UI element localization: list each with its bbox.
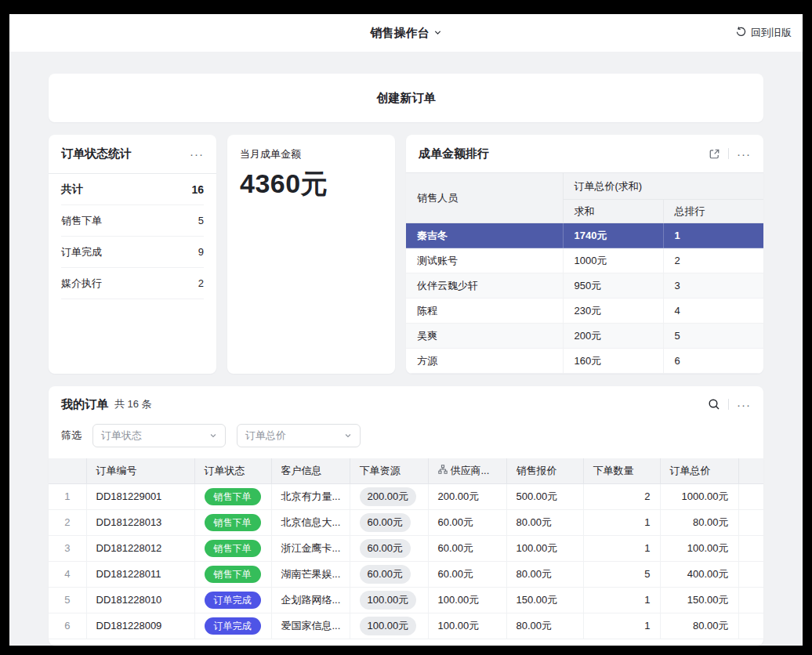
col-header-total[interactable]: 订单总价 <box>660 458 738 483</box>
status-badge: 销售下单 <box>205 540 261 557</box>
customer-name: 北京有力量... <box>271 483 350 509</box>
status-badge: 销售下单 <box>205 566 261 583</box>
lookup-icon <box>438 465 448 476</box>
row-index: 6 <box>49 613 86 639</box>
col-header-total-group: 订单总价(求和) <box>563 173 763 200</box>
salesperson-name: 伙伴云魏少轩 <box>406 273 563 299</box>
search-icon[interactable] <box>708 398 720 411</box>
supplier-price: 60.00元 <box>428 509 506 535</box>
order-qty: 1 <box>583 535 660 561</box>
table-row[interactable]: 3 DD181228012 销售下单 浙江金鹰卡... 60.00元 60.00… <box>49 535 763 561</box>
status-label: 媒介执行 <box>61 277 102 291</box>
customer-name: 北京信息大... <box>271 509 350 535</box>
resource-badge: 60.00元 <box>360 513 411 532</box>
card-header: 成单金额排行 ··· <box>406 135 763 172</box>
salesperson-name: 测试账号 <box>406 248 563 273</box>
order-no: DD181228011 <box>86 561 194 587</box>
order-total-filter-select[interactable]: 订单总价 <box>237 424 361 447</box>
more-menu-button[interactable]: ··· <box>737 399 751 411</box>
dashboard-main: 创建新订单 订单状态统计 ··· 共计 16 销售下单 5 <box>9 52 803 646</box>
card-actions: ··· <box>709 148 751 160</box>
sum-value: 200元 <box>563 324 663 349</box>
ranking-row[interactable]: 测试账号 1000元 2 <box>406 248 763 273</box>
order-qty: 1 <box>583 509 660 535</box>
table-row[interactable]: 2 DD181228013 销售下单 北京信息大... 60.00元 60.00… <box>49 509 763 535</box>
card-actions: ··· <box>708 398 751 411</box>
top-header: 销售操作台 回到旧版 <box>9 14 803 52</box>
ranking-row[interactable]: 吴爽 200元 5 <box>406 324 763 349</box>
order-status-filter-select[interactable]: 订单状态 <box>92 424 226 447</box>
order-no: DD181228009 <box>86 613 194 639</box>
sum-value: 230元 <box>563 299 663 324</box>
status-row[interactable]: 销售下单 5 <box>61 205 204 237</box>
more-menu-button[interactable]: ··· <box>737 148 751 160</box>
table-row[interactable]: 1 DD181229001 销售下单 北京有力量... 200.00元 200.… <box>49 483 763 509</box>
ranking-table: 销售人员 订单总价(求和) 求和 总排行 秦吉冬 1740元 1 <box>406 172 763 374</box>
status-value: 16 <box>191 183 204 196</box>
col-header-salesperson: 销售人员 <box>406 173 563 223</box>
export-icon[interactable] <box>709 148 720 160</box>
row-index: 4 <box>49 561 86 587</box>
sum-value: 1740元 <box>563 223 663 248</box>
table-row[interactable]: 4 DD181228011 销售下单 湖南芒果娱... 60.00元 60.00… <box>49 561 763 587</box>
status-badge: 订单完成 <box>205 617 261 635</box>
restore-icon <box>735 26 747 40</box>
order-qty: 2 <box>583 483 660 509</box>
ranking-row[interactable]: 方源 160元 6 <box>406 349 763 374</box>
salesperson-name: 吴爽 <box>406 324 563 349</box>
monthly-amount-card: 当月成单金额 4360元 <box>227 135 395 374</box>
back-to-old-version-label: 回到旧版 <box>751 26 792 40</box>
status-value: 2 <box>198 277 204 289</box>
workspace-switcher[interactable]: 销售操作台 <box>371 26 442 41</box>
col-header-status[interactable]: 订单状态 <box>194 458 271 483</box>
app-window: 销售操作台 回到旧版 创建新订单 订单状态统计 ··· <box>9 14 803 646</box>
amount-card-title: 当月成单金额 <box>240 147 382 161</box>
my-orders-card: 我的订单 共 16 条 ··· 筛选 订单状态 <box>49 386 763 646</box>
order-total: 1000.00元 <box>660 483 738 509</box>
col-header-index <box>49 458 86 483</box>
status-badge: 销售下单 <box>205 514 261 531</box>
col-header-customer[interactable]: 客户信息 <box>271 458 350 483</box>
supplier-price: 60.00元 <box>428 561 506 587</box>
status-row[interactable]: 媒介执行 2 <box>61 268 204 299</box>
col-header-qty[interactable]: 下单数量 <box>583 458 660 483</box>
select-placeholder: 订单状态 <box>101 429 142 443</box>
supplier-price: 100.00元 <box>428 613 506 639</box>
resource-badge: 100.00元 <box>360 617 417 635</box>
order-qty: 1 <box>583 613 660 639</box>
status-value: 5 <box>198 215 204 226</box>
col-header-order-no[interactable]: 订单编号 <box>86 458 194 483</box>
rank-value: 2 <box>663 248 763 273</box>
customer-name: 湖南芒果娱... <box>271 561 350 587</box>
create-order-button[interactable]: 创建新订单 <box>49 74 763 122</box>
order-total: 80.00元 <box>660 509 738 535</box>
card-header: 订单状态统计 ··· <box>49 135 216 174</box>
salesperson-name: 秦吉冬 <box>406 223 563 248</box>
sales-quote: 500.00元 <box>506 483 583 509</box>
customer-name: 浙江金鹰卡... <box>271 535 350 561</box>
sales-quote: 80.00元 <box>506 509 583 535</box>
sales-quote: 150.00元 <box>506 587 583 613</box>
salesperson-name: 陈程 <box>406 299 563 324</box>
back-to-old-version-link[interactable]: 回到旧版 <box>735 14 792 52</box>
ranking-row[interactable]: 秦吉冬 1740元 1 <box>406 223 763 248</box>
status-row[interactable]: 订单完成 9 <box>61 237 204 268</box>
divider <box>728 399 729 410</box>
card-title: 成单金额排行 <box>419 147 489 161</box>
order-total: 100.00元 <box>660 535 738 561</box>
status-row-total[interactable]: 共计 16 <box>61 174 204 205</box>
supplier-price: 60.00元 <box>428 535 506 561</box>
col-header-supplier[interactable]: 供应商... <box>428 458 506 483</box>
rank-value: 5 <box>663 324 763 349</box>
table-row[interactable]: 5 DD181228010 订单完成 企划路网络... 100.00元 100.… <box>49 587 763 613</box>
col-header-resource[interactable]: 下单资源 <box>350 458 428 483</box>
status-label: 订单完成 <box>61 245 102 259</box>
ranking-row[interactable]: 陈程 230元 4 <box>406 299 763 324</box>
status-badge: 订单完成 <box>205 592 261 609</box>
sales-quote: 80.00元 <box>506 613 583 639</box>
col-header-rank: 总排行 <box>663 200 763 223</box>
col-header-quote[interactable]: 销售报价 <box>506 458 583 483</box>
ranking-row[interactable]: 伙伴云魏少轩 950元 3 <box>406 273 763 299</box>
table-row[interactable]: 6 DD181228009 订单完成 爱国家信息... 100.00元 100.… <box>49 613 763 639</box>
more-menu-button[interactable]: ··· <box>190 148 204 160</box>
